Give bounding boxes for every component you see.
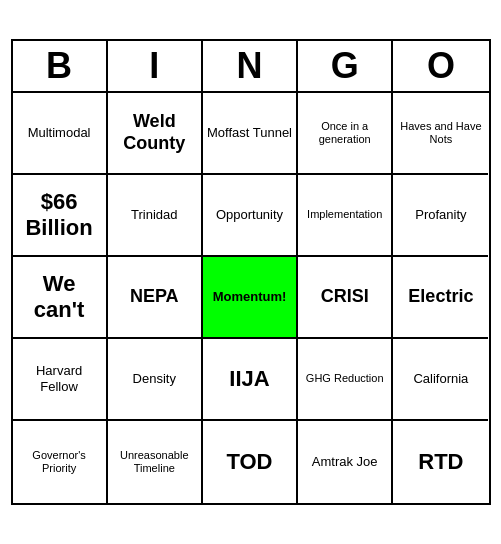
bingo-cell-21: Unreasonable Timeline [108, 421, 203, 503]
bingo-cell-4: Haves and Have Nots [393, 93, 488, 175]
bingo-cell-11: NEPA [108, 257, 203, 339]
bingo-cell-19: California [393, 339, 488, 421]
bingo-letter-n: N [203, 41, 298, 91]
bingo-cell-13: CRISI [298, 257, 393, 339]
bingo-cell-1: Weld County [108, 93, 203, 175]
bingo-cell-16: Density [108, 339, 203, 421]
bingo-cell-22: TOD [203, 421, 298, 503]
bingo-cell-5: $66 Billion [13, 175, 108, 257]
bingo-cell-20: Governor's Priority [13, 421, 108, 503]
bingo-cell-15: Harvard Fellow [13, 339, 108, 421]
bingo-cell-10: We can't [13, 257, 108, 339]
bingo-cell-0: Multimodal [13, 93, 108, 175]
bingo-cell-7: Opportunity [203, 175, 298, 257]
bingo-cell-9: Profanity [393, 175, 488, 257]
bingo-cell-6: Trinidad [108, 175, 203, 257]
bingo-letter-b: B [13, 41, 108, 91]
bingo-cell-17: IIJA [203, 339, 298, 421]
bingo-cell-24: RTD [393, 421, 488, 503]
bingo-grid: MultimodalWeld CountyMoffast TunnelOnce … [13, 93, 489, 503]
bingo-cell-2: Moffast Tunnel [203, 93, 298, 175]
bingo-cell-3: Once in a generation [298, 93, 393, 175]
bingo-letter-i: I [108, 41, 203, 91]
bingo-cell-12: Momentum! [203, 257, 298, 339]
bingo-cell-23: Amtrak Joe [298, 421, 393, 503]
bingo-cell-8: Implementation [298, 175, 393, 257]
bingo-card: BINGO MultimodalWeld CountyMoffast Tunne… [11, 39, 491, 505]
bingo-header: BINGO [13, 41, 489, 93]
bingo-letter-o: O [393, 41, 488, 91]
bingo-cell-14: Electric [393, 257, 488, 339]
bingo-cell-18: GHG Reduction [298, 339, 393, 421]
bingo-letter-g: G [298, 41, 393, 91]
